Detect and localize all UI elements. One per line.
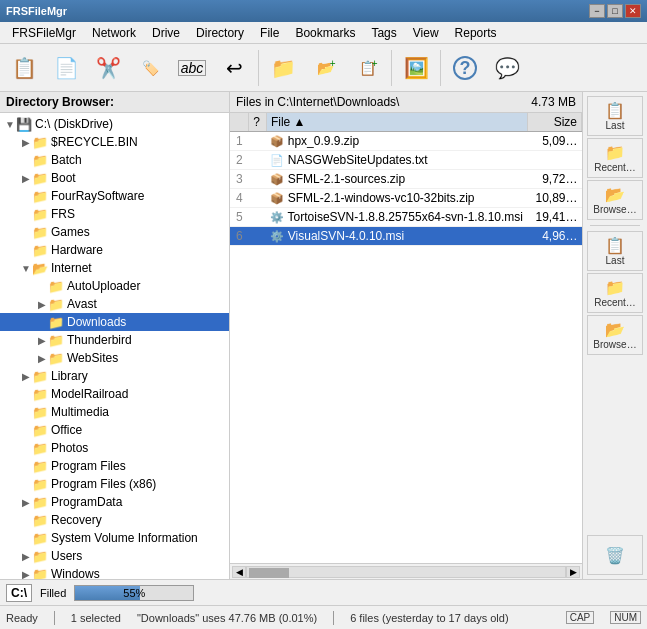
- scroll-left-button[interactable]: ◀: [232, 566, 246, 578]
- expand-sysvolinfo[interactable]: [20, 533, 32, 544]
- expand-programfiles[interactable]: [20, 461, 32, 472]
- table-row[interactable]: 2 📄 NASGWebSiteUpdates.txt: [230, 151, 582, 170]
- delete-button[interactable]: 🗑️: [587, 535, 643, 575]
- close-button[interactable]: ✕: [625, 4, 641, 18]
- maximize-button[interactable]: □: [607, 4, 623, 18]
- expand-autouploader[interactable]: [36, 281, 48, 292]
- abc-button[interactable]: abc: [172, 48, 212, 88]
- tree-item-office[interactable]: 📁 Office: [0, 421, 229, 439]
- col-file[interactable]: File ▲: [266, 113, 527, 132]
- expand-games[interactable]: [20, 227, 32, 238]
- menu-view[interactable]: View: [405, 24, 447, 42]
- browse-top-button[interactable]: 📂 Browse…: [587, 180, 643, 220]
- expand-photos[interactable]: [20, 443, 32, 454]
- image-button[interactable]: 🖼️: [396, 48, 436, 88]
- table-row[interactable]: 5 ⚙️ TortoiseSVN-1.8.8.25755x64-svn-1.8.…: [230, 208, 582, 227]
- expand-windows[interactable]: ▶: [20, 569, 32, 580]
- file-name-2[interactable]: 📄 NASGWebSiteUpdates.txt: [266, 151, 527, 170]
- folder-button[interactable]: 📁: [263, 48, 303, 88]
- file-name-3[interactable]: 📦 SFML-2.1-sources.zip: [266, 170, 527, 189]
- tree-item-c-drive[interactable]: ▼ 💾 C:\ (DiskDrive): [0, 115, 229, 133]
- file-name-1[interactable]: 📦 hpx_0.9.9.zip: [266, 132, 527, 151]
- expand-internet[interactable]: ▼: [20, 263, 32, 274]
- drive-label[interactable]: C:\: [6, 584, 32, 602]
- table-row[interactable]: 1 📦 hpx_0.9.9.zip 5,09…: [230, 132, 582, 151]
- expand-boot[interactable]: ▶: [20, 173, 32, 184]
- tree-item-users[interactable]: ▶ 📁 Users: [0, 547, 229, 565]
- file-name-4[interactable]: 📦 SFML-2.1-windows-vc10-32bits.zip: [266, 189, 527, 208]
- tree-item-photos[interactable]: 📁 Photos: [0, 439, 229, 457]
- tree-item-programfilesx86[interactable]: 📁 Program Files (x86): [0, 475, 229, 493]
- new-folder-button[interactable]: 📂+: [305, 48, 345, 88]
- recent-top-button[interactable]: 📁 Recent…: [587, 138, 643, 178]
- menu-directory[interactable]: Directory: [188, 24, 252, 42]
- expand-frs[interactable]: [20, 209, 32, 220]
- expand-modelrailroad[interactable]: [20, 389, 32, 400]
- menu-frsfilemgr[interactable]: FRSFileMgr: [4, 24, 84, 42]
- rename-button[interactable]: 🏷️: [130, 48, 170, 88]
- scroll-right-button[interactable]: ▶: [566, 566, 580, 578]
- col-flag[interactable]: ?: [249, 113, 267, 132]
- last-top-button[interactable]: 📋 Last: [587, 96, 643, 136]
- undo-button[interactable]: ↩: [214, 48, 254, 88]
- browse-bottom-button[interactable]: 📂 Browse…: [587, 315, 643, 355]
- tree-item-avast[interactable]: ▶ 📁 Avast: [0, 295, 229, 313]
- expand-library[interactable]: ▶: [20, 371, 32, 382]
- tree-item-windows[interactable]: ▶ 📁 Windows: [0, 565, 229, 579]
- expand-thunderbird[interactable]: ▶: [36, 335, 48, 346]
- expand-multimedia[interactable]: [20, 407, 32, 418]
- tree-item-sysvolinfo[interactable]: 📁 System Volume Information: [0, 529, 229, 547]
- menu-drive[interactable]: Drive: [144, 24, 188, 42]
- tree-item-recycle[interactable]: ▶ 📁 $RECYCLE.BIN: [0, 133, 229, 151]
- cut-button[interactable]: ✂️: [88, 48, 128, 88]
- tree-item-frs[interactable]: 📁 FRS: [0, 205, 229, 223]
- menu-bookmarks[interactable]: Bookmarks: [287, 24, 363, 42]
- tree-item-recovery[interactable]: 📁 Recovery: [0, 511, 229, 529]
- comment-button[interactable]: 💬: [487, 48, 527, 88]
- expand-avast[interactable]: ▶: [36, 299, 48, 310]
- menu-file[interactable]: File: [252, 24, 287, 42]
- expand-programfilesx86[interactable]: [20, 479, 32, 490]
- help-button[interactable]: ?: [445, 48, 485, 88]
- minimize-button[interactable]: −: [589, 4, 605, 18]
- directory-tree[interactable]: ▼ 💾 C:\ (DiskDrive) ▶ 📁 $RECYCLE.BIN 📁 B…: [0, 113, 229, 579]
- expand-batch[interactable]: [20, 155, 32, 166]
- copy-button[interactable]: 📋: [4, 48, 44, 88]
- menu-network[interactable]: Network: [84, 24, 144, 42]
- file-name-6[interactable]: ⚙️ VisualSVN-4.0.10.msi: [266, 227, 527, 246]
- table-row[interactable]: 3 📦 SFML-2.1-sources.zip 9,72…: [230, 170, 582, 189]
- tree-item-internet[interactable]: ▼ 📂 Internet: [0, 259, 229, 277]
- menu-tags[interactable]: Tags: [363, 24, 404, 42]
- expand-hardware[interactable]: [20, 245, 32, 256]
- expand-c-drive[interactable]: ▼: [4, 119, 16, 130]
- expand-office[interactable]: [20, 425, 32, 436]
- tree-item-hardware[interactable]: 📁 Hardware: [0, 241, 229, 259]
- tree-item-websites[interactable]: ▶ 📁 WebSites: [0, 349, 229, 367]
- tree-item-programfiles[interactable]: 📁 Program Files: [0, 457, 229, 475]
- expand-downloads[interactable]: [36, 317, 48, 328]
- tree-item-programdata[interactable]: ▶ 📁 ProgramData: [0, 493, 229, 511]
- tree-item-library[interactable]: ▶ 📁 Library: [0, 367, 229, 385]
- tree-item-fourray[interactable]: 📁 FourRaySoftware: [0, 187, 229, 205]
- tree-item-modelrailroad[interactable]: 📁 ModelRailroad: [0, 385, 229, 403]
- copy2-button[interactable]: 📋+: [347, 48, 387, 88]
- menu-reports[interactable]: Reports: [447, 24, 505, 42]
- last-bottom-button[interactable]: 📋 Last: [587, 231, 643, 271]
- tree-item-downloads[interactable]: 📁 Downloads: [0, 313, 229, 331]
- tree-item-games[interactable]: 📁 Games: [0, 223, 229, 241]
- expand-fourray[interactable]: [20, 191, 32, 202]
- files-scrollbar-h[interactable]: ◀ ▶: [230, 563, 582, 579]
- tree-item-boot[interactable]: ▶ 📁 Boot: [0, 169, 229, 187]
- expand-programdata[interactable]: ▶: [20, 497, 32, 508]
- tree-item-autouploader[interactable]: 📁 AutoUploader: [0, 277, 229, 295]
- tree-item-batch[interactable]: 📁 Batch: [0, 151, 229, 169]
- expand-recycle[interactable]: ▶: [20, 137, 32, 148]
- table-row[interactable]: 6 ⚙️ VisualSVN-4.0.10.msi 4,96…: [230, 227, 582, 246]
- tree-item-multimedia[interactable]: 📁 Multimedia: [0, 403, 229, 421]
- scrollbar-thumb-h[interactable]: [249, 568, 289, 578]
- paste-button[interactable]: 📄: [46, 48, 86, 88]
- expand-users[interactable]: ▶: [20, 551, 32, 562]
- tree-item-thunderbird[interactable]: ▶ 📁 Thunderbird: [0, 331, 229, 349]
- table-row[interactable]: 4 📦 SFML-2.1-windows-vc10-32bits.zip 10,…: [230, 189, 582, 208]
- col-size[interactable]: Size: [527, 113, 581, 132]
